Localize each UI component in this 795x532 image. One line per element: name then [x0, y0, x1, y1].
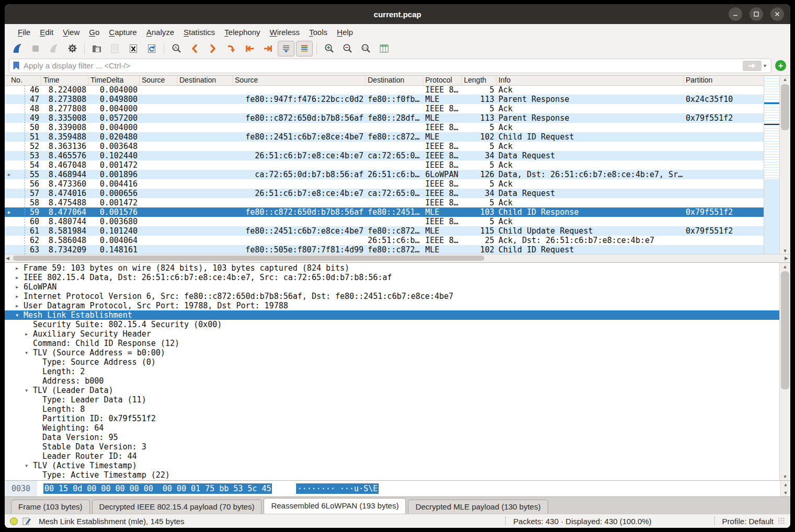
detail-line[interactable]: Data Version: 95 [5, 433, 780, 442]
scroll-down-icon[interactable]: ▼ [781, 489, 790, 496]
packet-row[interactable]: 628.5860480.00406426:51:c6:b…IEEE 8…25Ac… [5, 236, 764, 245]
detail-line[interactable]: Type: Source Address (0) [5, 357, 780, 367]
packet-row[interactable]: 618.5819840.101240fe80::2451:c6b7:e8ce:4… [5, 226, 764, 236]
scrollbar-thumb[interactable] [13, 256, 484, 261]
detail-line[interactable]: ▾TLV (Active Timestamp) [5, 461, 780, 470]
menu-help[interactable]: Help [332, 26, 358, 39]
detail-line[interactable]: Command: Child ID Response (12) [5, 339, 780, 348]
bytes-vscrollbar[interactable]: ▲ ▼ [780, 481, 790, 496]
display-filter-input[interactable]: Apply a display filter ... <Ctrl-/> ▾ [9, 59, 771, 73]
packet-row[interactable]: 468.2240080.004000IEEE 8…5Ack [5, 85, 764, 95]
go-back-icon[interactable] [186, 41, 203, 56]
packet-row-selected[interactable]: ◆598.4770640.001576fe80::c872:650d:b7b8:… [5, 207, 764, 217]
auto-scroll-icon[interactable] [278, 41, 294, 56]
zoom-reset-icon[interactable]: 1:1 [357, 41, 374, 56]
apply-filter-button[interactable] [743, 61, 762, 71]
collapse-arrow-icon[interactable]: ▾ [25, 348, 33, 357]
detail-line[interactable]: ▸6LoWPAN [5, 282, 780, 292]
reload-file-icon[interactable] [143, 41, 160, 56]
expand-arrow-icon[interactable]: ▸ [15, 273, 24, 282]
expand-arrow-icon[interactable]: ▸ [15, 292, 24, 301]
detail-line[interactable]: Address: b000 [5, 376, 780, 386]
zoom-out-icon[interactable] [339, 41, 356, 56]
bookmark-icon[interactable] [13, 61, 20, 70]
packet-row[interactable]: 588.4754880.001472IEEE 8…5Ack [5, 198, 764, 207]
menu-file[interactable]: File [13, 26, 35, 39]
detail-line[interactable]: Partition ID: 0x79f551f2 [5, 414, 780, 423]
column-header-timedelta[interactable]: TimeDelta [88, 76, 140, 85]
packet-row[interactable]: 488.2778080.004000IEEE 8…5Ack [5, 104, 764, 113]
detail-line[interactable]: Weighting: 64 [5, 423, 780, 433]
packet-row[interactable]: 638.7342090.148161fe80::505e:f807:7f81:4… [5, 245, 764, 255]
menu-view[interactable]: View [58, 26, 84, 39]
restart-capture-icon[interactable] [46, 41, 62, 56]
capture-options-icon[interactable] [64, 41, 81, 56]
menu-wireless[interactable]: Wireless [265, 26, 305, 39]
column-header-source[interactable]: Source [140, 76, 177, 85]
scrollbar-thumb[interactable] [781, 271, 789, 389]
column-header-destination[interactable]: Destination [177, 76, 233, 85]
profile-status[interactable]: Profile: Default [722, 517, 774, 526]
detail-line[interactable]: ▾TLV (Source Address = b0:00) [5, 348, 780, 357]
scroll-down-icon[interactable]: ▼ [780, 473, 790, 480]
detail-line[interactable]: Type: Leader Data (11) [5, 395, 780, 404]
scrollbar-thumb[interactable] [781, 84, 789, 130]
menu-statistics[interactable]: Statistics [179, 26, 220, 39]
menu-go[interactable]: Go [84, 26, 104, 39]
packet-row[interactable]: ◆558.4689440.001896ca:72:65:0d:b7:b8:56:… [5, 170, 764, 179]
column-header-protocol[interactable]: Protocol [423, 76, 462, 85]
capture-comment-icon[interactable] [22, 517, 31, 525]
details-vscrollbar[interactable]: ▲ ▼ [779, 263, 790, 480]
scroll-down-icon[interactable]: ▼ [780, 247, 790, 255]
menu-analyze[interactable]: Analyze [142, 26, 179, 39]
stop-capture-icon[interactable] [27, 41, 44, 56]
detail-line[interactable]: Security Suite: 802.15.4 Security (0x00) [5, 320, 780, 329]
hex-ascii[interactable]: ········ ···u·S\E [296, 484, 379, 493]
column-header-destination[interactable]: Destination [366, 76, 423, 85]
maximize-icon[interactable] [749, 7, 763, 21]
bytes-tab-active[interactable]: Reassembled 6LoWPAN (193 bytes) [264, 498, 406, 514]
detail-line[interactable]: ▸Frame 59: 103 bytes on wire (824 bits),… [5, 263, 780, 273]
open-file-icon[interactable] [88, 41, 105, 56]
column-header-partition[interactable]: Partition [684, 76, 764, 85]
close-file-icon[interactable] [125, 41, 142, 56]
column-header-source[interactable]: Source [233, 76, 366, 85]
expand-arrow-icon[interactable]: ▸ [15, 282, 24, 292]
expand-arrow-icon[interactable]: ▸ [15, 263, 24, 273]
collapse-arrow-icon[interactable]: ▾ [15, 310, 24, 320]
column-header-no[interactable]: No. [5, 76, 41, 85]
scroll-up-icon[interactable]: ▲ [780, 263, 790, 270]
close-icon[interactable] [770, 7, 784, 21]
titlebar[interactable]: current.pcap [5, 4, 790, 24]
column-header-length[interactable]: Length [462, 76, 496, 85]
scroll-left-icon[interactable]: ◀ [6, 255, 9, 262]
packet-row[interactable]: 508.3390080.004000IEEE 8…5Ack [5, 123, 764, 132]
scroll-up-icon[interactable]: ▲ [780, 76, 790, 83]
detail-line[interactable]: Stable Data Version: 3 [5, 442, 780, 452]
column-header-info[interactable]: Info [496, 76, 684, 85]
bytes-tab[interactable]: Frame (103 bytes) [11, 500, 90, 514]
go-forward-icon[interactable] [205, 41, 221, 56]
go-first-icon[interactable] [241, 41, 258, 56]
collapse-arrow-icon[interactable]: ▾ [25, 386, 33, 395]
add-filter-button-icon[interactable]: + [775, 60, 786, 71]
colorize-icon[interactable] [296, 41, 313, 56]
menu-telephony[interactable]: Telephony [220, 26, 265, 39]
menu-capture[interactable]: Capture [104, 26, 141, 39]
start-capture-icon[interactable] [9, 41, 26, 56]
detail-line[interactable]: ▸IEEE 802.15.4 Data, Dst: 26:51:c6:b7:e8… [5, 273, 780, 282]
packet-row[interactable]: 538.4655760.10244026:51:c6:b7:e8:ce:4b:e… [5, 151, 764, 160]
packet-row[interactable]: 498.3350080.057200fe80::c872:650d:b7b8:5… [5, 113, 764, 123]
go-to-packet-icon[interactable] [223, 41, 240, 56]
filter-dropdown-caret-icon[interactable]: ▾ [762, 63, 768, 68]
detail-line[interactable]: Type: Active Timestamp (22) [5, 470, 780, 480]
packet-row[interactable]: 478.2738080.049800fe80::947f:f476:22bc:c… [5, 95, 764, 104]
go-last-icon[interactable] [259, 41, 276, 56]
scroll-right-icon[interactable]: ▶ [785, 255, 788, 262]
detail-line[interactable]: ▾TLV (Leader Data) [5, 386, 780, 395]
minimize-icon[interactable] [729, 7, 742, 21]
column-header-time[interactable]: Time [41, 76, 88, 85]
hex-bytes[interactable]: 00 15 0d 00 00 00 00 00 00 00 01 75 bb 5… [43, 484, 272, 493]
bytes-tab[interactable]: Decrypted MLE payload (130 bytes) [408, 500, 548, 514]
expert-info-icon[interactable] [10, 517, 18, 525]
